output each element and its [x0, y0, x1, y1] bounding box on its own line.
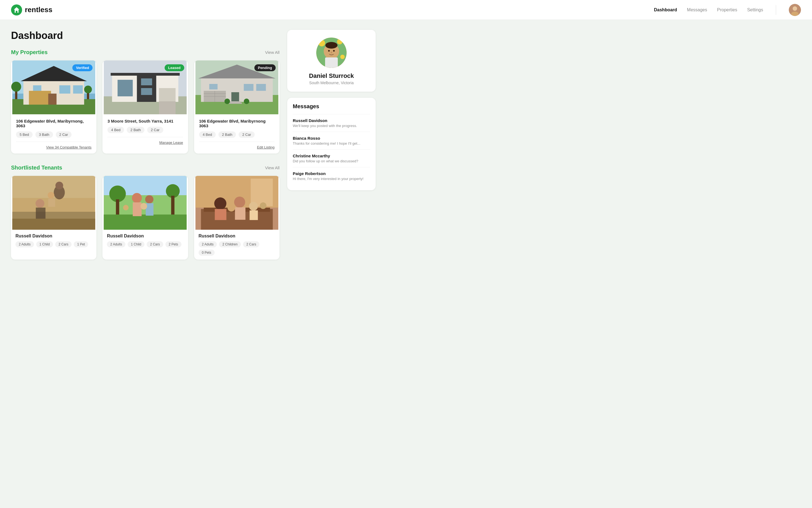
feature-bed-3: 4 Bed — [199, 131, 216, 138]
feature-bed-2: 4 Bed — [108, 127, 124, 133]
main-layout: Dashboard My Properties View All — [0, 20, 387, 281]
svg-rect-37 — [231, 92, 239, 102]
svg-rect-14 — [33, 85, 41, 91]
nav-settings[interactable]: Settings — [747, 7, 763, 12]
feature-bath-3: 2 Bath — [218, 131, 236, 138]
message-preview-2: Thanks for considering me! I hope I'll g… — [293, 141, 370, 145]
tenant-tag-2-3: 2 Pets — [165, 241, 181, 247]
tenant-tag-3-0: 2 Adults — [199, 241, 217, 247]
svg-rect-51 — [48, 199, 55, 207]
svg-point-67 — [123, 205, 129, 210]
feature-car-3: 2 Car — [239, 131, 255, 138]
property-address-3: 106 Edgewater Blvd, Maribyrnong 3063 — [199, 119, 275, 128]
feature-car-1: 2 Car — [56, 131, 72, 138]
svg-point-73 — [214, 198, 226, 210]
property-cards-grid: Verified 106 Edgewater Blvd, Maribyrnong… — [11, 60, 280, 154]
tenant-image-3 — [194, 176, 280, 230]
property-action-link-3[interactable]: Edit Listing — [257, 145, 275, 150]
svg-point-49 — [55, 182, 63, 189]
svg-rect-42 — [229, 102, 242, 104]
property-action-link-1[interactable]: View 34 Compatible Tenants — [46, 145, 91, 150]
nav-user-avatar[interactable] — [789, 4, 801, 16]
tenant-tag-2-2: 2 Cars — [147, 241, 163, 247]
svg-point-44 — [244, 98, 249, 104]
svg-point-66 — [140, 203, 147, 210]
feature-bath-2: 2 Bath — [127, 127, 145, 133]
svg-rect-12 — [59, 85, 71, 94]
message-preview-1: We'll keep you posted with the progress. — [293, 124, 370, 128]
svg-rect-25 — [118, 80, 133, 96]
tenant-tags-3: 2 Adults 2 Children 2 Cars 0 Pets — [199, 241, 275, 256]
profile-card: Daniel Sturrock South Melbourne, Victori… — [287, 30, 376, 92]
profile-location: South Melbourne, Victoria — [309, 81, 354, 85]
svg-point-3 — [793, 6, 797, 11]
nav-properties[interactable]: Properties — [717, 7, 737, 12]
svg-point-75 — [234, 197, 245, 208]
svg-rect-59 — [116, 199, 119, 214]
message-item-4[interactable]: Paige Robertson Hi there, I'm very inter… — [293, 167, 370, 185]
property-address-1: 106 Edgewater Blvd, Maribyrnong, 3063 — [16, 119, 91, 128]
nav-messages[interactable]: Messages — [687, 7, 707, 12]
message-preview-3: Did you follow up on what we discussed? — [293, 159, 370, 163]
tenant-body-3: Russell Davidson 2 Adults 2 Children 2 C… — [194, 230, 280, 259]
message-sender-3: Christine Mccarthy — [293, 154, 370, 158]
svg-point-78 — [249, 202, 258, 211]
svg-rect-39 — [256, 84, 266, 91]
nav-logo[interactable]: rentless — [11, 4, 52, 15]
property-card-2-image-wrap: Leased — [103, 60, 188, 114]
message-item-1[interactable]: Russell Davidson We'll keep you posted w… — [293, 114, 370, 132]
shortlisted-tenants-header: Shortlisted Tenants View All — [11, 165, 280, 171]
svg-rect-76 — [235, 207, 245, 220]
property-card-2-body: 3 Moore Street, South Yarra, 3141 4 Bed … — [103, 114, 188, 149]
property-action-1: View 34 Compatible Tenants — [16, 142, 91, 150]
tenant-body-1: Russell Davidson 2 Adults 1 Child 2 Cars… — [11, 230, 96, 251]
tenant-body-2: Russell Davidson 2 Adults 1 Child 2 Cars… — [103, 230, 188, 251]
message-item-3[interactable]: Christine Mccarthy Did you follow up on … — [293, 150, 370, 167]
svg-point-43 — [224, 98, 230, 104]
svg-rect-28 — [111, 73, 180, 76]
svg-point-84 — [340, 55, 345, 59]
svg-point-77 — [227, 204, 235, 211]
tenant-image-wrap-3 — [194, 176, 280, 230]
logo-text: rentless — [25, 5, 52, 14]
svg-rect-53 — [36, 208, 46, 219]
svg-rect-10 — [29, 91, 51, 104]
property-address-2: 3 Moore Street, South Yarra, 3141 — [108, 119, 183, 123]
svg-point-82 — [318, 40, 325, 46]
svg-point-52 — [36, 199, 44, 208]
svg-rect-13 — [73, 85, 83, 94]
tenants-view-all[interactable]: View All — [265, 165, 280, 170]
content-area: Dashboard My Properties View All — [11, 30, 280, 270]
my-properties-title: My Properties — [11, 49, 47, 55]
home-logo-icon — [11, 4, 22, 15]
tenant-card-2: Russell Davidson 2 Adults 1 Child 2 Cars… — [103, 176, 188, 259]
nav-links: Dashboard Messages Properties Settings — [654, 4, 801, 16]
profile-avatar-image — [316, 38, 347, 68]
tenant-image-1 — [11, 176, 96, 230]
svg-rect-38 — [244, 84, 253, 91]
svg-point-4 — [791, 12, 799, 16]
tenant-cards-grid: Russell Davidson 2 Adults 1 Child 2 Cars… — [11, 176, 280, 259]
svg-point-16 — [11, 82, 21, 92]
nav-dashboard[interactable]: Dashboard — [654, 7, 677, 12]
property-action-link-2[interactable]: Manage Lease — [159, 140, 183, 145]
profile-avatar — [316, 38, 347, 68]
svg-rect-87 — [325, 57, 338, 68]
my-properties-view-all[interactable]: View All — [265, 50, 280, 55]
message-item-2[interactable]: Bianca Rosso Thanks for considering me! … — [293, 132, 370, 150]
svg-rect-26 — [159, 88, 176, 102]
svg-point-64 — [145, 195, 154, 204]
svg-point-88 — [328, 50, 330, 52]
svg-point-90 — [331, 52, 332, 53]
svg-rect-27 — [159, 101, 176, 114]
tenant-tags-1: 2 Adults 1 Child 2 Cars 1 Pet — [15, 241, 92, 247]
svg-rect-23 — [141, 78, 152, 85]
svg-rect-74 — [215, 209, 226, 220]
property-card-3-image-wrap: Pending — [194, 60, 280, 114]
tenant-tag-3-1: 2 Children — [219, 241, 241, 247]
feature-bed-1: 5 Bed — [16, 131, 33, 138]
svg-rect-61 — [171, 196, 174, 214]
property-badge-3: Pending — [254, 64, 276, 71]
property-card-1-image-wrap: Verified — [11, 60, 96, 114]
message-preview-4: Hi there, I'm very interested in your pr… — [293, 177, 370, 181]
